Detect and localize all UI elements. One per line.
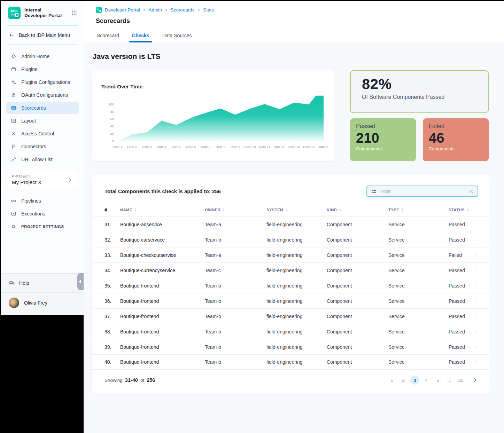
failed-card: Failed 46 Components xyxy=(423,118,489,161)
cell-system: field-engineering xyxy=(266,298,327,304)
back-to-idp-main-menu[interactable]: Back to IDP Main Menu xyxy=(1,25,84,44)
table-row[interactable]: 39.Boutique-frontendTeam-bfield-engineer… xyxy=(92,339,489,354)
check-title: Java version is LTS xyxy=(92,52,489,61)
next-page-button[interactable] xyxy=(472,377,478,383)
percent-passed-card: 82% Of Software Components Passed xyxy=(350,70,489,113)
filter-sliders-icon[interactable] xyxy=(371,189,377,194)
table-row[interactable]: 40.Boutique-frontendTeam-bfield-engineer… xyxy=(92,354,489,370)
sidebar-item-layout[interactable]: Layout xyxy=(6,115,79,127)
col-header-system[interactable]: SYSTEM xyxy=(266,207,327,212)
col-header-type[interactable]: TYPE xyxy=(388,207,449,212)
sort-icon xyxy=(466,207,470,212)
table-row[interactable]: 34.Boutique-currencyserviceTeam-cfield-e… xyxy=(92,262,489,278)
project-selector[interactable]: PROJECT My Project X xyxy=(7,171,78,189)
cell-kind: Component xyxy=(327,283,388,289)
sidebar-item-pipelines[interactable]: Pipelines xyxy=(6,195,79,207)
sidebar-item-plugins[interactable]: Plugins xyxy=(6,63,79,75)
sort-icon xyxy=(134,207,137,212)
page-1[interactable]: 1 xyxy=(387,376,396,385)
project-label: PROJECT xyxy=(12,174,67,178)
chart-title: Trend Over Time xyxy=(101,84,327,89)
user-menu[interactable]: Olivia Frey xyxy=(1,293,84,315)
col-header-status[interactable]: STATUS xyxy=(449,207,474,212)
table-header-row: #NAMEOWNERSYSTEMKINDTYPESTATUS xyxy=(92,203,489,216)
project-name: My Project X xyxy=(12,179,67,185)
col-header-kind[interactable]: KIND xyxy=(327,207,388,212)
breadcrumb-scorecards[interactable]: Scorecards xyxy=(171,7,194,13)
svg-text:0: 0 xyxy=(112,139,114,143)
cell-num: 35. xyxy=(104,283,120,289)
svg-text:Date 7: Date 7 xyxy=(201,145,211,149)
cell-kind: Component xyxy=(327,222,388,227)
svg-text:40: 40 xyxy=(110,124,114,128)
svg-text:Date 11: Date 11 xyxy=(259,145,271,149)
table-row[interactable]: 32.Boutique-carservuceTeam-bfield-engine… xyxy=(92,232,489,247)
app-title: Internal Developer Portal xyxy=(24,7,67,18)
svg-text:60: 60 xyxy=(110,117,114,121)
link-icon xyxy=(11,157,16,162)
cell-system: field-engineering xyxy=(266,359,327,365)
table-row[interactable]: 37.Boutique-frontendTeam-bfield-engineer… xyxy=(92,308,489,324)
svg-text:Date 15: Date 15 xyxy=(318,145,328,149)
sort-icon xyxy=(401,207,404,212)
sidebar-item-label: Access Control xyxy=(21,131,54,136)
table-row[interactable]: 36.Boutique-frontendTeam-bfield-engineer… xyxy=(92,293,489,308)
failed-count: 46 xyxy=(429,130,489,145)
cell-status: Passed xyxy=(449,222,474,227)
page-25[interactable]: 25 xyxy=(456,376,465,385)
sidebar-collapse-handle[interactable] xyxy=(77,273,84,290)
help-button[interactable]: Help xyxy=(1,274,84,292)
clear-filter-icon[interactable] xyxy=(468,189,474,194)
cell-name: Boutique-checkoutservice xyxy=(120,252,205,258)
passed-label: Passed xyxy=(356,123,416,129)
layout-icon xyxy=(11,118,16,124)
cell-owner: Team-b xyxy=(205,359,266,365)
cell-type: Service xyxy=(388,344,449,350)
cell-owner: Team-c xyxy=(205,268,266,273)
page-3[interactable]: 3 xyxy=(410,376,419,385)
cell-kind: Component xyxy=(327,359,388,365)
sidebar-item-label: Executions xyxy=(21,211,45,216)
content: Java version is LTS Trend Over Time 0204… xyxy=(84,42,504,433)
breadcrumb-admin[interactable]: Admin xyxy=(149,7,162,13)
sidebar-item-plugins-configurations[interactable]: Plugins Configurations xyxy=(6,76,79,88)
cell-owner: Team-b xyxy=(205,237,266,243)
table-row[interactable]: 38.Boutique-frontendTeam-bfield-engineer… xyxy=(92,324,489,339)
sidebar-item-label: Plugins Configurations xyxy=(21,79,70,85)
tab-scorecard[interactable]: Scorecard xyxy=(97,33,119,42)
sidebar-item-url-allow-list[interactable]: URL Allow List xyxy=(6,153,79,165)
filter-input[interactable] xyxy=(380,189,465,194)
app-switcher-icon[interactable] xyxy=(71,10,77,16)
breadcrumb-stats[interactable]: Stats xyxy=(203,7,214,13)
sidebar-item-connectors[interactable]: Connectors xyxy=(6,140,79,152)
cell-num: 31. xyxy=(104,222,120,227)
svg-text:Date 10: Date 10 xyxy=(244,145,256,149)
sidebar-item-project-settings[interactable]: PROJECT SETTINGS xyxy=(6,220,79,233)
sidebar-item-admin-home[interactable]: Admin Home xyxy=(6,50,79,62)
breadcrumb-developer-portal[interactable]: Developer Portal xyxy=(105,7,140,13)
tab-data-sources[interactable]: Data Sources xyxy=(162,33,192,42)
main-area: Developer Portal>Admin>Scorecards>Stats … xyxy=(84,1,504,433)
sidebar-item-oauth-configurations[interactable]: OAuth Configurations xyxy=(6,89,79,101)
cell-num: 37. xyxy=(104,314,120,319)
svg-text:Date 13: Date 13 xyxy=(288,145,300,149)
table-row[interactable]: 35.Boutique-frontendTeam-bfield-engineer… xyxy=(92,278,489,293)
sidebar-item-label: URL Allow List xyxy=(21,157,53,162)
col-label: STATUS xyxy=(449,208,465,212)
tab-checks[interactable]: Checks xyxy=(132,33,149,42)
col-header-name[interactable]: NAME xyxy=(120,207,205,212)
sidebar-item-executions[interactable]: Executions xyxy=(6,207,79,220)
sidebar: Internal Developer Portal Back to IDP Ma… xyxy=(1,1,84,315)
components-table-card: Total Components this check is applied t… xyxy=(92,175,489,394)
page-2[interactable]: 2 xyxy=(399,376,408,385)
table-row[interactable]: 31.Boutique-adserviceTeam-afield-enginee… xyxy=(92,216,489,232)
table-row[interactable]: 33.Boutique-checkoutserviceTeam-afield-e… xyxy=(92,247,489,262)
user-name: Olivia Frey xyxy=(24,300,47,306)
col-header-owner[interactable]: OWNER xyxy=(205,207,266,212)
page-4[interactable]: 4 xyxy=(422,376,431,385)
pagination: 12345…25 xyxy=(387,376,478,385)
sidebar-item-scorecards[interactable]: Scorecards xyxy=(6,102,79,114)
sidebar-item-access-control[interactable]: Access Control xyxy=(6,127,79,140)
cell-num: 40. xyxy=(104,359,120,365)
page-5[interactable]: 5 xyxy=(433,376,442,385)
